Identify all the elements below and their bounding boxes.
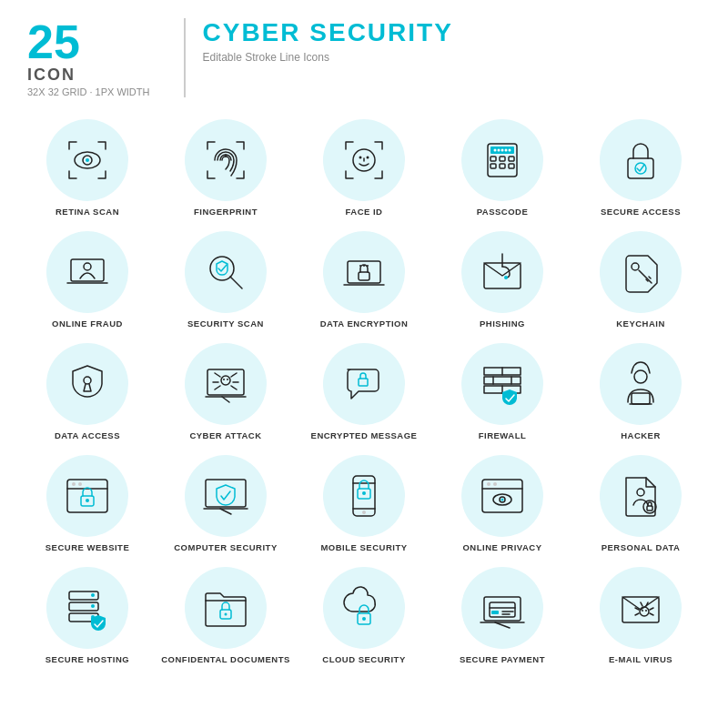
page-title: CYBER SECURITY: [202, 18, 452, 47]
label-online-fraud: ONLINE FRAUD: [52, 318, 123, 329]
svg-rect-15: [490, 157, 496, 161]
label-secure-website: SECURE WEBSITE: [46, 542, 130, 552]
label-mobile-security: MOBILE SECURITY: [320, 542, 407, 552]
label-encrypted-message: ENCRYPTED MESSAGE: [311, 430, 418, 440]
icon-circle-data-access: [46, 343, 128, 425]
svg-line-51: [231, 386, 237, 389]
svg-line-114: [635, 613, 639, 615]
icon-circle-firewall: [461, 343, 543, 425]
label-secure-payment: SECURE PAYMENT: [460, 654, 545, 664]
svg-line-115: [650, 613, 653, 615]
icon-email-virus: E-MAIL VIRUS: [575, 567, 706, 664]
svg-line-73: [220, 509, 231, 514]
icon-retina-scan: RETINA SCAN: [22, 119, 153, 217]
label-data-access: DATA ACCESS: [55, 430, 120, 440]
svg-point-62: [634, 370, 647, 383]
svg-line-47: [231, 373, 237, 377]
label-cloud-security: CLOUD SECURITY: [322, 654, 405, 664]
page-header: 25 ICON 32X 32 GRID · 1PX WIDTH CYBER SE…: [18, 18, 710, 97]
svg-point-68: [78, 482, 82, 486]
icon-circle-online-privacy: [461, 455, 543, 537]
svg-line-113: [650, 608, 653, 610]
label-retina-scan: RETINA SCAN: [56, 207, 119, 217]
header-divider: [184, 18, 186, 97]
svg-rect-71: [206, 480, 246, 507]
svg-point-99: [362, 617, 366, 621]
icon-circle-fingerprint: [185, 119, 267, 201]
icon-circle-security-scan: [185, 231, 267, 313]
svg-point-117: [645, 610, 647, 612]
icon-circle-secure-hosting: [46, 567, 128, 649]
svg-point-31: [359, 265, 361, 267]
label-confidential-documents: CONFIDENTAL DOCUMENTS: [161, 654, 290, 664]
svg-point-45: [221, 376, 230, 385]
icon-phishing: PHISHING: [437, 231, 568, 329]
svg-line-102: [495, 622, 510, 628]
icon-security-scan: SECURITY SCAN: [160, 231, 291, 329]
icon-keychain: KEYCHAIN: [575, 231, 706, 329]
svg-rect-105: [491, 611, 499, 614]
icon-online-privacy: ONLINE PRIVACY: [437, 455, 568, 552]
icon-circle-secure-payment: [461, 567, 543, 649]
icon-label: ICON: [27, 66, 149, 85]
label-computer-security: COMPUTER SECURITY: [174, 542, 278, 552]
label-fingerprint: FINGERPRINT: [194, 207, 258, 217]
svg-point-53: [227, 379, 228, 380]
icon-secure-website: SECURE WEBSITE: [22, 455, 153, 552]
svg-point-2: [86, 158, 89, 162]
svg-rect-89: [647, 506, 652, 511]
icon-circle-keychain: [600, 231, 682, 313]
label-secure-hosting: SECURE HOSTING: [46, 654, 130, 664]
label-secure-access: SECURE ACCESS: [601, 207, 681, 217]
icons-grid: RETINA SCAN FINGERPRINT: [18, 119, 710, 664]
svg-rect-17: [509, 157, 514, 161]
icon-circle-cloud-security: [323, 567, 405, 649]
label-hacker: HACKER: [621, 430, 661, 440]
icon-circle-hacker: [600, 343, 682, 425]
label-online-privacy: ONLINE PRIVACY: [462, 542, 541, 552]
svg-point-93: [91, 593, 95, 597]
icon-circle-encrypted-message: [323, 343, 405, 425]
icon-circle-data-encryption: [323, 231, 405, 313]
svg-point-77: [362, 511, 366, 514]
svg-point-109: [640, 607, 649, 616]
svg-rect-54: [359, 379, 368, 386]
svg-rect-21: [628, 158, 653, 178]
icon-face-id: FACE ID: [298, 119, 430, 217]
svg-point-12: [501, 149, 504, 152]
icon-secure-payment: SECURE PAYMENT: [437, 567, 568, 664]
icon-circle-email-virus: [600, 567, 682, 649]
svg-point-52: [223, 379, 225, 380]
label-data-encryption: DATA ENCRYPTION: [320, 318, 409, 329]
icon-circle-computer-security: [185, 455, 267, 537]
label-cyber-attack: CYBER ATTACK: [189, 430, 261, 440]
icon-circle-retina-scan: [46, 119, 128, 201]
svg-point-94: [91, 604, 95, 608]
svg-point-25: [84, 263, 91, 270]
icon-data-access: DATA ACCESS: [22, 343, 153, 440]
header-sub: 32X 32 GRID · 1PX WIDTH: [27, 86, 149, 97]
svg-rect-30: [359, 272, 369, 280]
svg-point-33: [367, 265, 369, 267]
svg-point-97: [225, 613, 228, 616]
label-personal-data: PERSONAL DATA: [602, 542, 681, 552]
icon-cyber-attack: CYBER ATTACK: [160, 343, 291, 440]
header-right: CYBER SECURITY Editable Stroke Line Icon…: [202, 18, 452, 64]
label-passcode: PASSCODE: [477, 207, 529, 217]
svg-rect-63: [632, 393, 650, 404]
svg-point-79: [362, 491, 366, 495]
svg-line-44: [222, 397, 229, 402]
icon-firewall: FIREWALL: [437, 343, 568, 440]
icon-computer-security: COMPUTER SECURITY: [160, 455, 291, 552]
icon-personal-data: PERSONAL DATA: [575, 455, 706, 552]
svg-point-41: [84, 377, 91, 384]
svg-point-11: [498, 149, 500, 152]
svg-point-86: [501, 499, 504, 501]
icon-cloud-security: CLOUD SECURITY: [298, 567, 430, 664]
svg-point-32: [363, 265, 365, 267]
svg-line-27: [230, 277, 242, 288]
svg-point-83: [493, 482, 497, 486]
icon-encrypted-message: ENCRYPTED MESSAGE: [298, 343, 430, 440]
icon-circle-cyber-attack: [185, 343, 267, 425]
svg-point-37: [632, 263, 639, 270]
